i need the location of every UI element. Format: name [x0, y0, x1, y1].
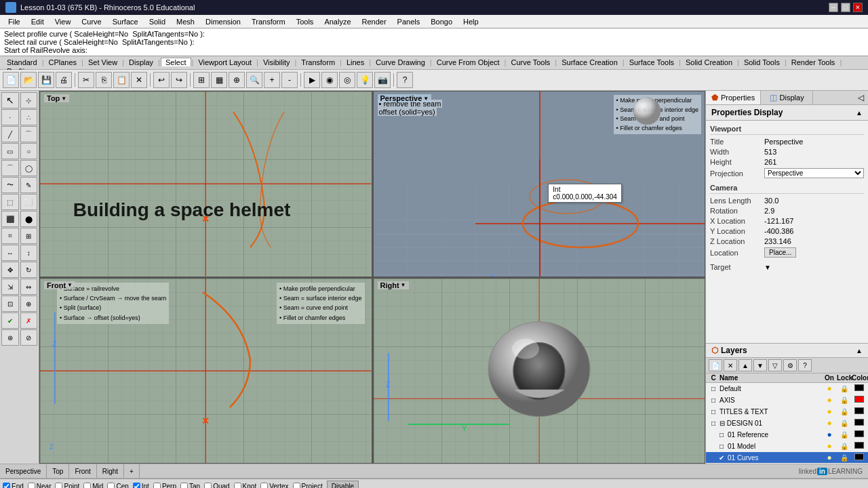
layer-on-default[interactable]: ●: [822, 384, 837, 393]
lt-rotate[interactable]: ↻: [20, 262, 38, 278]
lt-ellipse[interactable]: ◯: [20, 160, 38, 176]
menu-dimension[interactable]: Dimension: [200, 15, 246, 28]
layer-on-01ref[interactable]: ●: [822, 430, 837, 439]
tb-new[interactable]: 📄: [3, 72, 19, 88]
tab-curve-tools[interactable]: Curve Tools: [507, 58, 554, 66]
layer-check-01ref[interactable]: □: [715, 431, 728, 439]
layer-filter-btn[interactable]: ▽: [768, 359, 782, 371]
layer-lock-design01[interactable]: 🔒: [837, 420, 852, 427]
lt-surface1[interactable]: ⬚: [1, 194, 19, 210]
layer-lock-axis[interactable]: 🔒: [837, 396, 852, 404]
lt-mesh2[interactable]: ⊞: [20, 228, 38, 244]
lt-extra2[interactable]: ⊘: [20, 329, 38, 346]
layer-check-01curves[interactable]: ✔: [715, 454, 728, 462]
layer-01model[interactable]: □ 01 Model ● 🔒: [706, 441, 868, 452]
snap-disable-button[interactable]: Disable: [327, 481, 359, 489]
tb-help[interactable]: ?: [397, 72, 413, 88]
viewport-right[interactable]: Z Y Right: [373, 278, 706, 464]
tab-lines[interactable]: Lines: [342, 58, 368, 66]
layer-check-01model[interactable]: □: [715, 443, 728, 450]
lt-boolean[interactable]: ⊕: [20, 296, 38, 312]
tab-visibility[interactable]: Visibility: [259, 58, 294, 66]
lt-surface2[interactable]: ⬜: [20, 194, 38, 210]
snap-tan-cb[interactable]: [180, 483, 188, 488]
tb-zoom-out[interactable]: -: [281, 72, 298, 88]
layer-01curves[interactable]: ✔ 01 Curves ● 🔒: [706, 452, 868, 464]
tab-select[interactable]: Select: [161, 58, 191, 66]
lt-solid[interactable]: ⬤: [20, 211, 38, 227]
tab-surface-tools[interactable]: Surface Tools: [625, 58, 678, 66]
layer-check-titles[interactable]: □: [707, 408, 719, 415]
layer-on-design01[interactable]: ●: [822, 418, 837, 428]
layer-help-btn[interactable]: ?: [798, 359, 812, 371]
tab-standard[interactable]: Standard: [3, 58, 41, 66]
tab-curve-drawing[interactable]: Curve Drawing: [372, 58, 429, 66]
command-input-line[interactable]: Start of RailRevolve axis:: [4, 46, 864, 54]
layer-color-01model[interactable]: [852, 442, 867, 450]
lt-mesh1[interactable]: ⌗: [1, 228, 19, 244]
minimize-button[interactable]: ─: [829, 3, 838, 12]
layer-lock-01ref[interactable]: 🔒: [837, 431, 852, 439]
lt-select-btn[interactable]: ↖: [1, 92, 19, 108]
vp-front-label[interactable]: Front: [44, 281, 75, 289]
layer-design01[interactable]: □ ⊟ DESIGN 01 ● 🔒: [706, 418, 868, 429]
viewport-front[interactable]: Z Front • Surface = railrevolve • Surfac…: [39, 278, 372, 464]
menu-surface[interactable]: Surface: [107, 15, 144, 28]
maximize-button[interactable]: □: [841, 3, 850, 12]
lt-curve[interactable]: 〜: [1, 177, 19, 193]
tb-copy[interactable]: ⎘: [96, 72, 112, 88]
vp-proj-select[interactable]: Perspective Parallel: [764, 168, 864, 178]
layer-color-default[interactable]: [852, 384, 867, 392]
tb-print[interactable]: 🖨: [56, 72, 72, 88]
snap-cen-cb[interactable]: [107, 483, 115, 488]
tab-solid-tools[interactable]: Solid Tools: [740, 58, 784, 66]
menu-curve[interactable]: Curve: [76, 15, 106, 28]
lt-freehand[interactable]: ✎: [20, 177, 38, 193]
vp-perspective-label[interactable]: Perspective: [378, 94, 432, 102]
tb-render-preview[interactable]: ◉: [321, 72, 338, 88]
layer-check-axis[interactable]: □: [707, 396, 719, 404]
snap-near-cb[interactable]: [28, 483, 35, 488]
layer-on-titles[interactable]: ●: [822, 407, 837, 416]
menu-help[interactable]: Help: [458, 15, 484, 28]
tb-select-all[interactable]: ⊞: [193, 72, 210, 88]
tab-transform[interactable]: Transform: [297, 58, 339, 66]
layer-check-default[interactable]: □: [707, 385, 719, 392]
layer-lock-01curves[interactable]: 🔒: [837, 454, 852, 462]
menu-transform[interactable]: Transform: [246, 15, 291, 28]
lt-extra1[interactable]: ⊛: [1, 329, 19, 346]
pd-collapse-icon[interactable]: ▲: [856, 109, 863, 117]
lt-cancel[interactable]: ✗: [20, 312, 38, 329]
viewport-perspective[interactable]: Z Y Perspective • Make profile perpendic…: [373, 91, 706, 277]
lt-mirror[interactable]: ⇔: [20, 279, 38, 295]
tb-save[interactable]: 💾: [38, 72, 54, 88]
tb-group[interactable]: ▦: [211, 72, 227, 88]
tab-set-view[interactable]: Set View: [84, 58, 121, 66]
menu-edit[interactable]: Edit: [26, 15, 50, 28]
tb-zoom-ext[interactable]: ⊕: [229, 72, 245, 88]
snap-int-cb[interactable]: [133, 483, 140, 488]
tab-properties[interactable]: ⬟ Properties: [706, 91, 761, 104]
snap-end-cb[interactable]: [3, 483, 10, 488]
viewport-top[interactable]: Top Building a space helmet ✕: [39, 91, 372, 277]
tab-curve-from-object[interactable]: Curve From Object: [433, 58, 504, 66]
layer-lock-default[interactable]: 🔒: [837, 385, 852, 392]
layer-color-01curves[interactable]: [852, 453, 867, 462]
tb-paste[interactable]: 📋: [113, 72, 130, 88]
target-expand[interactable]: ▼: [764, 264, 771, 271]
panel-scroll[interactable]: Properties Display ▲ Viewport Title Pers…: [706, 105, 868, 343]
tb-camera[interactable]: 📷: [374, 72, 391, 88]
snap-perp-cb[interactable]: [153, 483, 161, 488]
layer-lock-titles[interactable]: 🔒: [837, 408, 852, 415]
layer-down-btn[interactable]: ▼: [753, 359, 767, 371]
layer-lock-01model[interactable]: 🔒: [837, 443, 852, 450]
lt-move[interactable]: ✥: [1, 262, 19, 278]
vp-tab-top[interactable]: Top: [47, 464, 69, 478]
menu-tools[interactable]: Tools: [291, 15, 319, 28]
lt-scale[interactable]: ⇲: [1, 279, 19, 295]
tb-redo[interactable]: ↪: [171, 72, 187, 88]
tab-cplanes[interactable]: CPlanes: [45, 58, 81, 66]
snap-knot-cb[interactable]: [234, 483, 241, 488]
layer-titles[interactable]: □ TITLES & TEXT ● 🔒: [706, 406, 868, 418]
lt-polyline[interactable]: ⌒: [20, 126, 38, 142]
